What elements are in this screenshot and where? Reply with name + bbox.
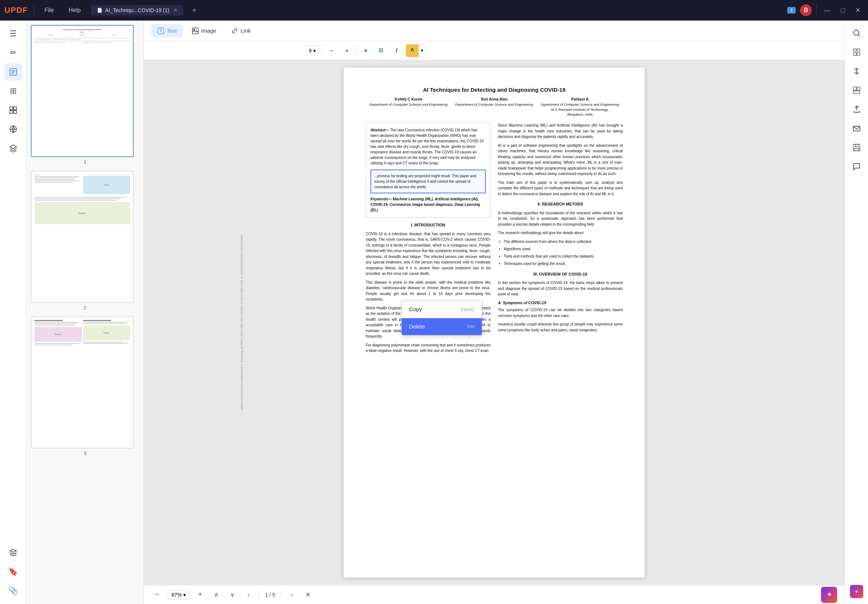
right-ai-icon[interactable]: ✦ — [849, 584, 865, 599]
bottom-bar: − 87% ▾ + ∧ ∨ ‹ 1 / 5 › ✕ ✦ — [144, 585, 845, 604]
image-tool-btn[interactable]: Image — [186, 24, 223, 37]
zoom-dropdown-arrow[interactable]: ▾ — [183, 592, 186, 598]
link-tool-icon — [231, 27, 238, 34]
selected-text-box: ...process for testing are proposed migh… — [370, 170, 486, 193]
section2-title: II. Research Metods — [498, 201, 623, 207]
close-zoom-btn[interactable]: ✕ — [302, 589, 313, 601]
thumbnail-1[interactable]: AI Techniques for Detecting and Diagnosi… — [31, 25, 139, 165]
italic-btn[interactable]: I — [390, 45, 403, 57]
right-ocr-icon[interactable] — [849, 44, 865, 60]
left-sidebar: ☰ ✏ ⊞ 🔖 📎 — [0, 20, 26, 604]
svg-rect-13 — [192, 28, 198, 34]
sidebar-icon-document[interactable]: ☰ — [5, 25, 22, 43]
right-save-icon[interactable] — [849, 139, 865, 156]
fit-down-btn[interactable]: ∨ — [226, 589, 238, 601]
thumbnail-2[interactable]: Methods cont. Chart — [31, 171, 139, 310]
active-tab[interactable]: 📄 AI_Techniqu...COVID-19 (1) ✕ — [91, 5, 183, 15]
sidebar-icon-bookmark[interactable]: 🔖 — [5, 563, 22, 581]
tab-close-btn[interactable]: ✕ — [174, 8, 177, 13]
text-tool-label: Text — [167, 28, 177, 34]
new-tab-btn[interactable]: + — [189, 5, 199, 16]
sidebar-icon-pages[interactable]: ⊞ — [5, 82, 22, 100]
color-dropdown-arrow[interactable]: ▾ — [418, 45, 426, 57]
zoom-in-btn[interactable]: + — [194, 589, 206, 601]
nav-prev-btn[interactable]: ‹ — [243, 589, 254, 601]
font-size-select[interactable]: 9 ▾ — [305, 46, 319, 56]
topbar-divider — [34, 5, 34, 16]
format-toolbar: 9 ▾ − + ≡ B I A ▾ — [144, 41, 845, 60]
right-organize-icon[interactable] — [849, 82, 865, 98]
page-current: 1 — [265, 592, 268, 598]
thumb-label-2: 2 — [31, 305, 139, 310]
close-btn[interactable]: ✕ — [852, 5, 863, 16]
right-share-icon[interactable] — [849, 101, 865, 117]
edit-toolbar: T Text Image Link — [144, 20, 845, 41]
svg-point-15 — [854, 30, 859, 35]
zoom-out-btn[interactable]: − — [151, 589, 163, 601]
svg-rect-22 — [857, 87, 860, 90]
section1-body1: COVID-19 is a infectious disease, that h… — [366, 231, 491, 277]
pdf-area[interactable]: National Conference for Advancement in T… — [144, 60, 845, 585]
keywords-label: Keywords— — [370, 197, 392, 201]
pdf-keywords: Keywords— Machine Learning (ML), Artific… — [370, 196, 486, 213]
svg-rect-26 — [855, 144, 858, 147]
right-mail-icon[interactable] — [849, 120, 865, 136]
svg-rect-17 — [853, 49, 856, 51]
thumbnail-3[interactable]: Scatter Graph — [31, 316, 139, 456]
svg-rect-5 — [14, 107, 17, 110]
align-btn[interactable]: ≡ — [360, 45, 372, 57]
link-tool-btn[interactable]: Link — [225, 24, 257, 37]
ai-assist-badge[interactable]: ✦ — [821, 587, 837, 603]
author-3-dept: Department of Computer Science and Engin… — [537, 102, 623, 117]
author-3-name: Parkavi A — [537, 96, 623, 102]
author-2: Sini Anna Alex Department of Computer Sc… — [451, 96, 537, 117]
sidebar-icon-edit[interactable] — [5, 63, 22, 81]
copy-menu-item[interactable]: Copy Ctrl+C — [402, 301, 482, 318]
sidebar-icon-translate[interactable] — [5, 120, 22, 138]
ai-badge-area: ✦ — [821, 587, 837, 603]
sidebar-icon-attachment[interactable]: 📎 — [5, 582, 22, 599]
increase-size-btn[interactable]: + — [341, 45, 353, 57]
right-comment-icon[interactable] — [849, 159, 865, 175]
file-menu[interactable]: File — [40, 6, 58, 15]
nav-next-btn[interactable]: › — [286, 589, 298, 601]
svg-marker-10 — [10, 145, 17, 148]
section1-body4: For diagnosing polymerase chain consumin… — [366, 342, 491, 354]
sidebar-icon-stack[interactable] — [5, 544, 22, 561]
pdf-authors: Kshitij C Kurne Department of Computer S… — [366, 96, 623, 117]
right-body2: AI is a part of software engineering tha… — [498, 143, 623, 177]
svg-rect-4 — [10, 107, 13, 110]
sidebar-icon-layers[interactable] — [5, 139, 22, 157]
color-btn[interactable]: A — [406, 45, 418, 57]
sidebar-icon-organize[interactable] — [5, 101, 22, 119]
app-logo: UPDF — [5, 6, 28, 15]
section3a-body: The symptoms of COVID-19 can be divided … — [498, 307, 623, 318]
thumbnail-panel: AI Techniques for Detecting and Diagnosi… — [26, 20, 144, 604]
thumb-img-3: Scatter Graph — [31, 316, 134, 448]
delete-menu-item[interactable]: Delete Del — [402, 318, 482, 335]
help-menu[interactable]: Help — [64, 6, 85, 15]
author-1: Kshitij C Kurne Department of Computer S… — [366, 96, 451, 117]
decrease-size-btn[interactable]: − — [326, 45, 338, 57]
right-convert-icon[interactable] — [849, 63, 865, 79]
sidebar-icon-pen[interactable]: ✏ — [5, 44, 22, 62]
maximize-btn[interactable]: □ — [838, 5, 848, 16]
text-tool-btn[interactable]: T Text — [151, 24, 183, 37]
section1-body2: This disease is prone to the older peopl… — [366, 280, 491, 302]
bold-btn[interactable]: B — [375, 45, 388, 57]
topbar-right: 1 B — □ ✕ — [787, 5, 863, 16]
section1-title: I. Introduction — [366, 222, 491, 228]
image-tool-icon — [192, 27, 199, 34]
toolbar-text-group: T Text Image Link — [151, 24, 257, 37]
user-avatar[interactable]: B — [800, 5, 812, 16]
fit-up-btn[interactable]: ∧ — [211, 589, 222, 601]
author-1-name: Kshitij C Kurne — [366, 96, 451, 102]
font-size-value: 9 — [309, 48, 312, 54]
zoom-display: 87% ▾ — [167, 590, 190, 599]
svg-rect-19 — [853, 53, 856, 56]
minimize-btn[interactable]: — — [821, 5, 834, 16]
thumb-label-3: 3 — [31, 451, 139, 456]
svg-rect-7 — [14, 110, 17, 113]
copy-shortcut: Ctrl+C — [461, 306, 474, 314]
right-search-icon[interactable] — [849, 25, 865, 41]
